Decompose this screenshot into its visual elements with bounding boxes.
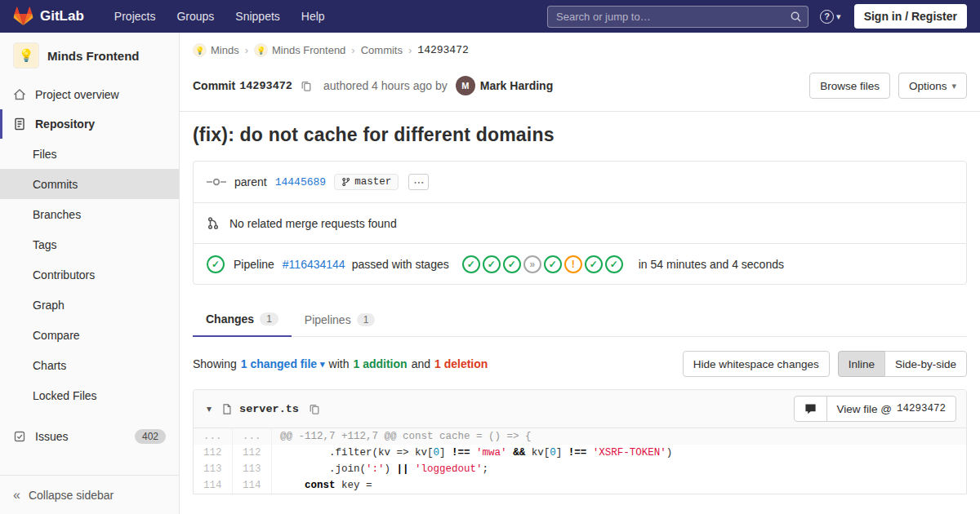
diff-line: 113113 .join(':') || 'loggedout';: [194, 461, 966, 477]
showing-label: Showing: [193, 357, 237, 370]
commit-title: (fix): do not cache for different domain…: [193, 124, 967, 146]
pipeline-status-icon[interactable]: ✓: [207, 255, 225, 273]
breadcrumb-label: Minds: [211, 44, 239, 56]
new-line-number[interactable]: 112: [233, 445, 272, 461]
tab-pipelines[interactable]: Pipelines 1: [292, 303, 389, 336]
sidebar-item-project-overview[interactable]: Project overview: [0, 80, 179, 109]
sidebar-item-label: Commits: [33, 178, 78, 191]
sidebar-nav: Project overview Repository Files Commit…: [0, 80, 179, 451]
search-input[interactable]: [547, 6, 808, 28]
related-mr-row: No related merge requests found: [194, 202, 966, 243]
home-icon: [13, 88, 26, 101]
expand-refs-button[interactable]: ⋯: [408, 174, 429, 190]
diff-table-body: ......@@ -112,7 +112,7 @@ const cache = …: [194, 428, 966, 494]
parent-sha-link[interactable]: 14445689: [275, 176, 326, 188]
pipeline-stage-success-icon[interactable]: ✓: [605, 255, 623, 273]
new-line-number[interactable]: ...: [233, 428, 272, 445]
gitlab-home-link[interactable]: GitLab: [13, 7, 84, 26]
issues-count-badge: 402: [135, 429, 166, 444]
tab-label: Changes: [206, 312, 254, 326]
with-label: with: [329, 357, 350, 370]
branch-icon: [341, 177, 350, 187]
and-label: and: [412, 357, 430, 370]
file-name: server.ts: [239, 403, 299, 415]
author-avatar[interactable]: M: [456, 76, 475, 95]
main-content: 💡 Minds › 💡 Minds Frontend › Commits › 1…: [180, 0, 980, 494]
collapse-sidebar-button[interactable]: « Collapse sidebar: [0, 475, 179, 514]
comment-icon: [804, 403, 817, 415]
pipeline-stage-success-icon[interactable]: ✓: [462, 255, 480, 273]
sidebar-item-commits[interactable]: Commits: [0, 169, 179, 199]
project-sidebar: 💡 Minds Frontend Project overview Reposi…: [0, 33, 180, 514]
breadcrumb-label: Commits: [361, 44, 403, 56]
chevron-down-icon: ▾: [951, 82, 956, 91]
pipeline-stage-success-icon[interactable]: ✓: [585, 255, 603, 273]
nav-help[interactable]: Help: [291, 0, 336, 33]
pipeline-label: Pipeline: [234, 258, 274, 271]
sidebar-item-branches[interactable]: Branches: [0, 199, 179, 229]
sidebar-item-graph[interactable]: Graph: [0, 290, 179, 320]
commit-header: Commit 14293472 authored 4 hours ago by …: [180, 68, 980, 112]
side-by-side-view-button[interactable]: Side-by-side: [884, 351, 967, 377]
comment-on-file-button[interactable]: [794, 396, 827, 422]
sidebar-item-contributors[interactable]: Contributors: [0, 259, 179, 290]
additions-count: 1 addition: [354, 357, 408, 370]
copy-file-path-button[interactable]: [307, 401, 322, 417]
diff-stats-bar: Showing 1 changed file ▾ with 1 addition…: [193, 351, 967, 377]
sidebar-item-issues[interactable]: Issues 402: [0, 422, 179, 451]
sidebar-item-label: Repository: [35, 117, 95, 131]
tab-changes[interactable]: Changes 1: [193, 303, 292, 337]
pipeline-stage-skipped-icon[interactable]: »: [523, 255, 541, 273]
breadcrumb-separator: ›: [408, 44, 412, 56]
sidebar-item-label: Contributors: [33, 268, 95, 281]
hide-whitespace-button[interactable]: Hide whitespace changes: [683, 351, 830, 377]
diff-line: ......@@ -112,7 +112,7 @@ const cache = …: [194, 428, 966, 445]
breadcrumb-minds[interactable]: 💡 Minds: [193, 43, 239, 57]
breadcrumb-commits[interactable]: Commits: [361, 44, 403, 56]
view-file-button[interactable]: View file @ 14293472: [826, 396, 957, 422]
inline-view-button[interactable]: Inline: [838, 351, 885, 377]
copy-sha-button[interactable]: [299, 78, 314, 94]
nav-projects[interactable]: Projects: [104, 0, 167, 33]
pipeline-stage-success-icon[interactable]: ✓: [544, 255, 562, 273]
sidebar-item-files[interactable]: Files: [0, 139, 179, 169]
ellipsis-icon: ⋯: [413, 176, 424, 188]
search-icon[interactable]: [790, 11, 802, 25]
commit-tabs: Changes 1 Pipelines 1: [193, 303, 967, 337]
sidebar-item-label: Issues: [35, 430, 68, 443]
options-dropdown-button[interactable]: Options ▾: [898, 73, 967, 99]
commit-info-box: parent 14445689 master ⋯: [193, 161, 967, 285]
nav-groups[interactable]: Groups: [166, 0, 225, 33]
sidebar-item-locked-files[interactable]: Locked Files: [0, 380, 179, 410]
collapse-diff-caret[interactable]: ▾: [203, 403, 215, 414]
new-line-number[interactable]: 114: [233, 477, 272, 494]
browse-files-button[interactable]: Browse files: [809, 73, 890, 99]
pipelines-count-badge: 1: [357, 313, 376, 326]
breadcrumb-minds-frontend[interactable]: 💡 Minds Frontend: [254, 43, 345, 57]
pipeline-id-link[interactable]: #116434144: [283, 258, 345, 271]
sidebar-item-repository[interactable]: Repository: [0, 109, 179, 139]
branch-ref-pill[interactable]: master: [334, 174, 399, 190]
changed-files-dropdown[interactable]: 1 changed file ▾: [241, 357, 325, 370]
project-avatar-small: 💡: [254, 43, 268, 57]
old-line-number[interactable]: 112: [194, 445, 233, 461]
sidebar-item-compare[interactable]: Compare: [0, 320, 179, 350]
new-line-number[interactable]: 113: [233, 461, 272, 477]
sidebar-item-charts[interactable]: Charts: [0, 350, 179, 380]
pipeline-stage-warning-icon[interactable]: !: [564, 255, 582, 273]
collapse-label: Collapse sidebar: [29, 489, 114, 502]
group-avatar: 💡: [193, 43, 207, 57]
sidebar-item-label: Compare: [33, 329, 80, 342]
nav-snippets[interactable]: Snippets: [225, 0, 290, 33]
pipeline-stage-success-icon[interactable]: ✓: [483, 255, 501, 273]
old-line-number[interactable]: ...: [194, 428, 233, 445]
project-header[interactable]: 💡 Minds Frontend: [0, 33, 179, 80]
pipeline-stage-success-icon[interactable]: ✓: [503, 255, 521, 273]
sidebar-item-label: Project overview: [35, 88, 119, 101]
signin-button[interactable]: Sign in / Register: [854, 4, 967, 29]
author-name-link[interactable]: Mark Harding: [480, 79, 553, 92]
sidebar-item-tags[interactable]: Tags: [0, 229, 179, 259]
old-line-number[interactable]: 114: [194, 477, 233, 494]
old-line-number[interactable]: 113: [194, 461, 233, 477]
help-dropdown[interactable]: ? ▾: [820, 10, 841, 24]
